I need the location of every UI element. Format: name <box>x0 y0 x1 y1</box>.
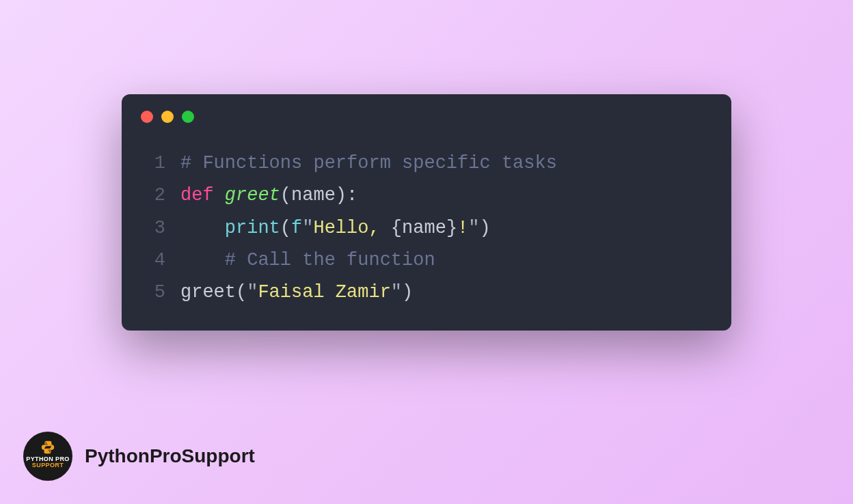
line-number: 2 <box>141 180 165 212</box>
brand-name: PythonProSupport <box>85 445 255 467</box>
line-content: # Call the function <box>180 244 435 277</box>
code-token <box>214 185 225 206</box>
code-token <box>180 218 225 238</box>
line-content: # Functions perform specific tasks <box>180 148 557 180</box>
window-titlebar <box>122 94 731 128</box>
code-token: " <box>247 282 258 303</box>
code-token: " <box>468 218 479 238</box>
python-icon <box>40 440 55 455</box>
code-line: 4 # Call the function <box>141 244 712 277</box>
code-line: 1# Functions perform specific tasks <box>141 148 712 180</box>
line-number: 3 <box>141 212 165 244</box>
logo-line-2: SUPPORT <box>32 462 64 468</box>
brand-logo: PYTHON PRO SUPPORT <box>23 432 72 481</box>
window-maximize-icon[interactable] <box>182 111 194 123</box>
code-token: ( <box>280 218 291 238</box>
code-line: 3 print(f"Hello, {name}!") <box>141 212 712 244</box>
line-number: 4 <box>141 244 165 277</box>
code-token: ): <box>336 185 357 206</box>
window-minimize-icon[interactable] <box>161 111 174 123</box>
line-number: 1 <box>141 148 165 180</box>
code-token: f <box>291 218 302 238</box>
code-token: name <box>402 218 446 238</box>
code-body: 1# Functions perform specific tasks2def … <box>122 128 731 309</box>
code-token: " <box>391 282 402 303</box>
line-content: print(f"Hello, {name}!") <box>180 212 491 244</box>
code-token: print <box>225 218 280 238</box>
code-token: # Functions perform specific tasks <box>180 153 557 173</box>
code-token: ) <box>402 282 413 303</box>
code-token: def <box>180 185 214 206</box>
line-content: greet("Faisal Zamir") <box>180 277 413 309</box>
code-token: Hello, <box>313 218 390 238</box>
code-window: 1# Functions perform specific tasks2def … <box>122 94 731 331</box>
code-line: 5greet("Faisal Zamir") <box>141 277 712 309</box>
code-token: greet <box>225 185 280 206</box>
code-token: } <box>446 218 457 238</box>
code-token: # Call the function <box>225 250 435 270</box>
code-token: { <box>391 218 402 238</box>
footer: PYTHON PRO SUPPORT PythonProSupport <box>23 432 255 481</box>
line-content: def greet(name): <box>180 180 357 212</box>
code-token: ) <box>479 218 490 238</box>
code-token: " <box>302 218 313 238</box>
code-token: ! <box>457 218 468 238</box>
code-token: name <box>291 185 336 206</box>
code-token: greet( <box>180 282 247 303</box>
code-token <box>180 250 225 270</box>
line-number: 5 <box>141 277 165 309</box>
code-token: ( <box>280 185 291 206</box>
logo-text: PYTHON PRO SUPPORT <box>26 456 70 469</box>
window-close-icon[interactable] <box>141 111 153 123</box>
code-token: Faisal Zamir <box>258 282 390 303</box>
code-line: 2def greet(name): <box>141 180 712 212</box>
